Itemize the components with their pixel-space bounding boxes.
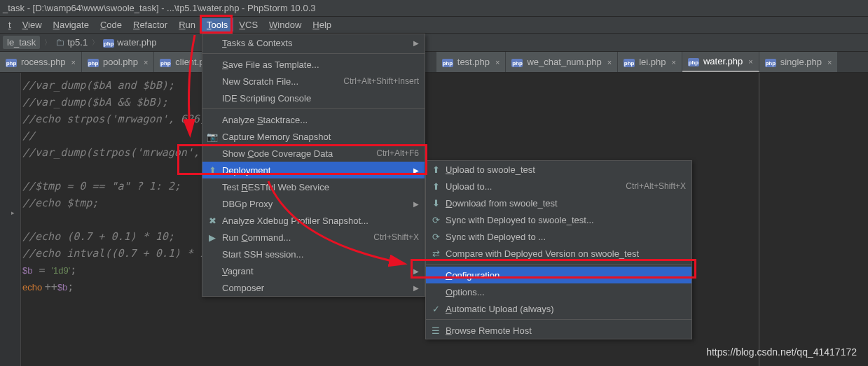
menu-window[interactable]: Window [263,18,307,31]
editor-tab[interactable]: phpwe_chat_num.php× [506,52,618,72]
menu-navigate[interactable]: Navigate [48,18,95,31]
editor-tab[interactable]: phprocess.php× [0,52,82,72]
php-file-icon: php [765,57,776,68]
menu-item[interactable]: Test RESTful Web Service [202,178,425,195]
php-file-icon: php [6,57,17,68]
editor-tab[interactable]: phppool.php× [82,52,154,72]
menu-item-label: IDE Scripting Console [222,93,419,104]
menu-vcs[interactable]: VCS [233,18,263,31]
breadcrumb-root[interactable]: le_task [3,36,40,49]
tab-label: rocess.php [21,57,66,67]
up-icon: ⬆ [430,164,441,175]
menu-item[interactable]: ⬆Upload to swoole_test [426,161,691,178]
menu-item[interactable]: Composer▶ [202,279,425,296]
menu-item[interactable]: Save File as Template... [202,56,425,73]
menu-item[interactable]: Start SSH session... [202,246,425,262]
menu-item[interactable]: Configuration... [426,267,691,283]
menu-view[interactable]: View [17,18,48,31]
menu-bar: tViewNavigateCodeRefactorRunToolsVCSWind… [0,17,868,34]
folder-icon: 🗀 [55,37,64,48]
editor-tab[interactable]: phpsingle.php× [759,52,839,72]
menu-item-label: Composer [222,283,409,293]
list-icon: ☰ [430,325,441,336]
menu-shortcut: Ctrl+Alt+F6 [376,148,419,158]
close-icon[interactable]: × [671,58,675,66]
menu-code[interactable]: Code [95,18,128,31]
title-bar: _task - [D:\wamp64\www\swoole_task] - ..… [0,0,868,17]
fold-arrow-icon[interactable]: ▸ [11,209,15,216]
close-icon[interactable]: × [144,58,148,66]
deployment-submenu-popup: ⬆Upload to swoole_test⬆Upload to...Ctrl+… [425,160,692,339]
menu-item[interactable]: ⟳Sync with Deployed to ... [426,228,691,245]
editor-tab[interactable]: phptest.php× [436,52,507,72]
breadcrumb: le_task 〉 🗀tp5.1 〉 phpwater.php [0,34,868,52]
menu-item[interactable]: ✓Automatic Upload (always) [426,300,691,317]
menu-item-label: Show Code Coverage Data [222,148,376,159]
breadcrumb-folder[interactable]: 🗀tp5.1 [54,37,89,48]
menu-item-label: Compare with Deployed Version on swoole_… [446,248,686,259]
menu-item-label: New Scratch File... [222,76,343,87]
menu-run[interactable]: Run [173,18,201,31]
menu-item[interactable]: ⇄Compare with Deployed Version on swoole… [426,245,691,262]
menu-item[interactable]: New Scratch File...Ctrl+Alt+Shift+Insert [202,73,425,90]
menu-item-label: Sync with Deployed to swoole_test... [446,215,686,225]
menu-help[interactable]: Help [307,18,337,31]
menu-item[interactable]: ⟳Sync with Deployed to swoole_test... [426,211,691,228]
menu-item-label: Download from swoole_test [446,198,686,209]
code-line: //var_dump(strpos('mrwagon', [22,144,868,161]
tab-label: we_chat_num.php [527,57,601,67]
menu-item-label: Automatic Upload (always) [446,304,686,314]
check-icon: ✓ [430,304,441,314]
menu-refactor[interactable]: Refactor [128,18,173,31]
menu-item-label: Analyze Xdebug Profiler Snapshot... [222,216,419,226]
menu-item-label: DBGp Proxy [222,199,409,209]
code-line: //var_dump($bA && $bB); [22,94,868,111]
close-icon[interactable]: × [607,58,612,66]
code-line: //var_dump($bA and $bB); [22,77,868,94]
menu-separator [426,319,691,320]
menu-item[interactable]: DBGp Proxy▶ [202,195,425,212]
php-file-icon: php [88,57,99,68]
menu-item[interactable]: ⬇Download from swoole_test [426,195,691,211]
camera-icon: 📷 [207,132,218,142]
menu-item[interactable]: ⬆Deployment▶ [202,162,425,178]
close-icon[interactable]: × [827,58,832,66]
close-icon[interactable]: × [71,58,76,66]
menu-item-label: Browse Remote Host [446,325,686,336]
menu-item[interactable]: IDE Scripting Console [202,90,425,106]
close-icon[interactable]: × [748,57,752,66]
menu-item[interactable]: 📷Capture Memory Snapshot [202,128,425,145]
menu-item[interactable]: Options... [426,283,691,300]
chevron-right-icon: 〉 [41,38,54,48]
tab-label: lei.php [639,57,666,67]
php-file-icon: php [688,56,699,67]
editor-margin-line [759,73,759,366]
menu-item[interactable]: Show Code Coverage DataCtrl+Alt+F6 [202,145,425,162]
menu-t[interactable]: t [3,18,17,31]
menu-item-label: Start SSH session... [222,249,419,260]
menu-item-label: Upload to swoole_test [446,164,686,175]
menu-item[interactable]: Analyze Stacktrace... [202,111,425,128]
menu-item[interactable]: ⬆Upload to...Ctrl+Alt+Shift+X [426,178,691,195]
menu-item-label: Capture Memory Snapshot [222,132,419,142]
menu-separator [426,264,691,265]
menu-shortcut: Ctrl+Alt+Shift+X [626,181,686,191]
menu-tools[interactable]: Tools [201,18,233,31]
menu-item[interactable]: Tasks & Contexts▶ [202,34,425,51]
menu-item[interactable]: ▶Run Command...Ctrl+Shift+X [202,229,425,246]
menu-item[interactable]: ✖Analyze Xdebug Profiler Snapshot... [202,212,425,229]
watermark-text: https://blog.csdn.net/qq_41417172 [706,346,857,358]
menu-item-label: Configuration... [446,270,686,281]
x-icon: ✖ [207,216,218,226]
menu-item[interactable]: Vagrant▶ [202,262,425,279]
menu-separator [202,108,425,109]
close-icon[interactable]: × [495,58,500,66]
tab-label: single.php [780,57,822,67]
chevron-right-icon: ▶ [413,284,419,292]
editor-tab[interactable]: phplei.php× [618,52,682,72]
chevron-right-icon: 〉 [89,38,102,48]
breadcrumb-file[interactable]: phpwater.php [102,37,158,48]
menu-item[interactable]: ☰Browse Remote Host [426,322,691,339]
editor-tab[interactable]: phpwater.php× [682,52,759,72]
php-file-icon: php [103,37,114,48]
